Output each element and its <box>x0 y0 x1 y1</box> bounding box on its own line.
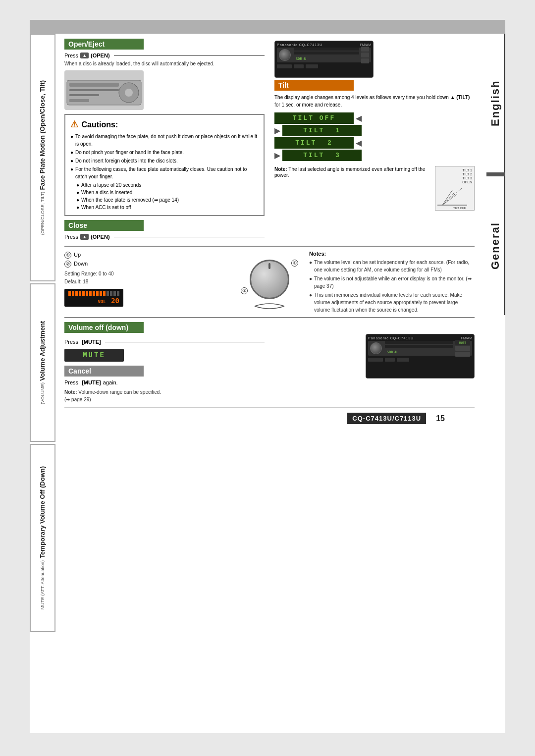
temp-volume-sub: MUTE (ATT: Attenuation) <box>40 560 45 609</box>
caution-item-4: ● For the following cases, the face plat… <box>70 165 259 180</box>
tilt-description: The display angle changes among 4 levels… <box>274 94 475 108</box>
tilt-2-arrow: ◀ <box>356 138 362 148</box>
volume-notes-list: ● The volume level can be set independen… <box>309 259 475 314</box>
vol-off-header: Volume off (down) <box>64 322 144 333</box>
tilt-off-label: TILT OFF <box>274 112 354 124</box>
sub-bullet-4: ● When ACC is set to off <box>76 204 259 211</box>
volume-section: ① Up ② Down Setting Range: 0 to 40 Defau… <box>64 246 475 315</box>
left-labels: Face Plate Motion (Open/Close, Tilt) (OP… <box>30 34 55 747</box>
circle-1: ① <box>64 252 71 259</box>
close-button-icon: ▲ <box>80 234 89 240</box>
circle-2-label: ② <box>241 287 248 294</box>
tilt-3-label: TILT 3 <box>282 150 362 161</box>
svg-line-9 <box>442 192 455 205</box>
right-divider <box>486 172 505 176</box>
tilt-note-row: Note: The last selected angle is memoriz… <box>274 166 475 211</box>
knob-arrows-svg <box>245 301 294 311</box>
vol-number: VOL 20 <box>68 297 119 305</box>
close-header: Close <box>64 220 144 231</box>
svg-text:TILT OFF: TILT OFF <box>453 207 466 210</box>
tilt-1-row: ▶ TILT 1 <box>274 125 362 136</box>
caution-item-3: ● Do not insert foreign objects into the… <box>70 157 259 164</box>
tilt-1-arrow-left: ▶ <box>274 126 280 135</box>
tilt-angles-diagram: TILT 1 TILT 2 TILT 3 OPEN TILT OFF <box>435 166 475 211</box>
sub-bullet-1: ● After a lapse of 20 seconds <box>76 181 259 189</box>
vol-knob-section: ① ② <box>240 251 299 315</box>
sub-bullet-2: ● When a disc is inserted <box>76 189 259 196</box>
press-close-row: Press ▲ (OPEN) <box>64 234 265 240</box>
mute-right: Panasonic CQ-C7413U FM/AM SDR‑U <box>274 322 475 403</box>
cd-player-image <box>64 70 144 110</box>
svg-line-10 <box>442 194 457 205</box>
caution-item-2: ● Do not pinch your finger or hand in th… <box>70 149 259 156</box>
svg-rect-1 <box>69 83 119 87</box>
tilt-2-label: TILT 2 <box>274 137 354 149</box>
face-plate-label-box: Face Plate Motion (Open/Close, Tilt) (OP… <box>30 34 55 281</box>
top-bar <box>30 20 505 34</box>
press-line <box>114 55 265 56</box>
volume-left: ① Up ② Down Setting Range: 0 to 40 Defau… <box>64 251 230 315</box>
mute-display: MUTE <box>64 349 124 362</box>
press-open-row: Press ▲ (OPEN) <box>64 53 265 58</box>
tilt-diagram-wrap: TILT OFF ◀ ▶ TILT 1 TILT 2 ◀ <box>274 111 362 162</box>
volume-right: Notes: ● The volume level can be set ind… <box>309 251 475 315</box>
close-section: Close Press ▲ (OPEN) <box>64 220 265 240</box>
face-plate-sub: (OPEN/CLOSE, TILT) <box>40 192 45 235</box>
volume-knob[interactable] <box>250 260 289 299</box>
notes-header: Notes: <box>309 251 475 257</box>
cancel-header: Cancel <box>64 366 144 377</box>
temp-volume-label-box: Temporary Volume Off (Down) MUTE (ATT: A… <box>30 444 55 632</box>
open-eject-header: Open/Eject <box>64 39 144 50</box>
mute-button-label: [MUTE] <box>80 339 101 345</box>
svg-rect-4 <box>69 89 119 91</box>
face-plate-label: Face Plate Motion (Open/Close, Tilt) <box>39 80 47 190</box>
tilt-header: Tilt <box>274 80 354 91</box>
left-col: Open/Eject Press ▲ (OPEN) When a disc is… <box>64 39 265 242</box>
sub-bullet-3: ● When the face plate is removed (➡ page… <box>76 196 259 204</box>
press-cancel-row: Press [MUTE] again. <box>64 379 265 385</box>
vol-display: VOL 20 <box>64 289 123 307</box>
english-label: English <box>486 34 505 172</box>
tilt-off-arrow: ◀ <box>356 113 362 123</box>
tilt-svg: TILT OFF <box>437 185 471 210</box>
svg-line-8 <box>442 190 452 205</box>
tilt-2-row: TILT 2 ◀ <box>274 137 362 149</box>
mute-display-wrap: MUTE <box>64 349 265 362</box>
temp-volume-label: Temporary Volume Off (Down) <box>39 466 47 558</box>
tilt-1-label: TILT 1 <box>282 125 362 136</box>
cautions-title: ⚠ Cautions: <box>70 119 259 130</box>
page: English General Face Plate Motion (Open/… <box>30 20 505 733</box>
mute-section: Volume off (down) Press [MUTE] MUTE Canc… <box>64 317 475 403</box>
tilt-3-row: ▶ TILT 3 <box>274 150 362 161</box>
tilt-main: TILT OFF ◀ ▶ TILT 1 TILT 2 ◀ <box>274 111 475 162</box>
volume-sub: (VOLUME) <box>40 382 45 404</box>
close-button-label: (OPEN) <box>91 234 110 240</box>
radio-device-bottom: Panasonic CQ-C7413U FM/AM SDR‑U <box>366 334 475 378</box>
cautions-box: ⚠ Cautions: ● To avoid damaging the face… <box>64 114 265 216</box>
open-button-icon: ▲ <box>80 53 89 58</box>
caution-item-1: ● To avoid damaging the face plate, do n… <box>70 133 259 148</box>
right-labels: English General <box>486 34 505 747</box>
circle-2: ② <box>64 261 71 268</box>
top-two-col: Open/Eject Press ▲ (OPEN) When a disc is… <box>64 39 475 242</box>
tilt-button-icon: ▲ <box>450 95 455 100</box>
svg-rect-5 <box>69 94 99 96</box>
tilt-note-text: Note: The last selected angle is memoriz… <box>274 166 430 178</box>
volume-label-box: Volume Adjustment (VOLUME) <box>30 283 55 442</box>
tilt-3-arrow-left: ▶ <box>274 151 280 160</box>
press-label: Press <box>64 53 78 58</box>
page-number: 15 <box>436 414 445 423</box>
radio-knob <box>279 49 291 61</box>
radio-device-top: Panasonic CQ-C7413U FM/AM SDR‑U <box>274 41 374 78</box>
general-label: General <box>486 176 505 315</box>
vol-setting-text: Setting Range: 0 to 40 Default: 18 <box>64 270 230 286</box>
radio-knob-2 <box>370 342 382 354</box>
cancel-button-label: [MUTE] <box>80 379 101 385</box>
vol-up-down: ① Up ② Down <box>64 251 230 268</box>
warning-icon: ⚠ <box>70 119 78 129</box>
main-content: Open/Eject Press ▲ (OPEN) When a disc is… <box>59 34 482 434</box>
right-col: Panasonic CQ-C7413U FM/AM SDR‑U <box>274 39 475 242</box>
bottom-bar: CQ-C7413U/C7113U 15 <box>64 407 475 429</box>
model-number: CQ-C7413U/C7113U <box>347 413 426 424</box>
tilt-off-row: TILT OFF ◀ <box>274 112 362 124</box>
